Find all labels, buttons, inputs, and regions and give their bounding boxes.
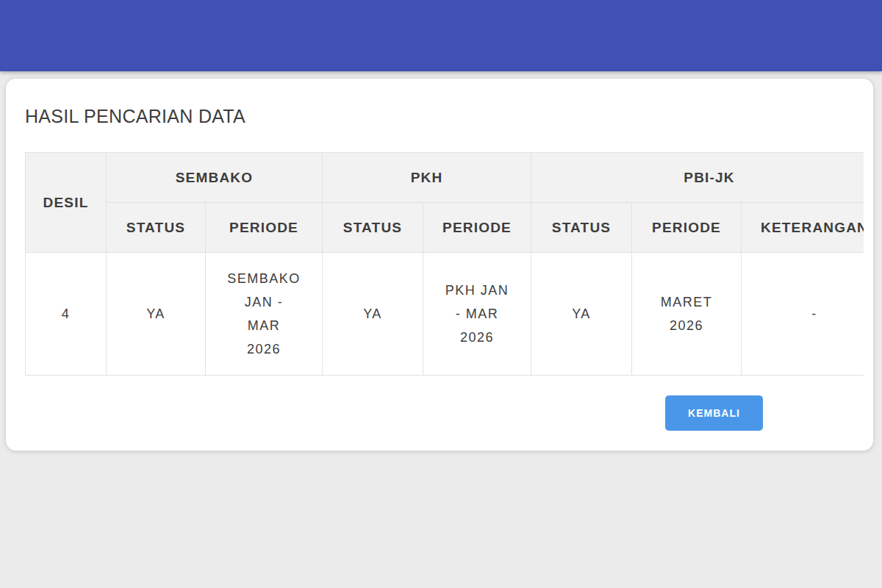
cell-pkh-status: YA <box>323 253 423 376</box>
cell-desil: 4 <box>26 253 107 376</box>
cell-sembako-status: YA <box>107 253 206 376</box>
col-header-sembako-status: STATUS <box>107 203 206 253</box>
col-header-pbi-jk-periode: PERIODE <box>632 203 742 253</box>
table-group-header-row: DESIL SEMBAKO PKH PBI-JK <box>26 153 864 203</box>
col-header-pkh-status: STATUS <box>323 203 423 253</box>
kembali-button[interactable]: KEMBALI <box>665 395 763 431</box>
cell-pkh-periode: PKH JAN - MAR 2026 <box>423 253 531 376</box>
group-header-sembako: SEMBAKO <box>107 153 323 203</box>
table-scroll-container[interactable]: DESIL SEMBAKO PKH PBI-JK STATUS PERIODE … <box>25 152 864 376</box>
group-header-pkh: PKH <box>323 153 531 203</box>
cell-pbi-jk-keterangan: - <box>742 253 864 376</box>
cell-pbi-jk-periode: MARET 2026 <box>632 253 742 376</box>
results-table: DESIL SEMBAKO PKH PBI-JK STATUS PERIODE … <box>25 152 864 376</box>
cell-pbi-jk-status: YA <box>531 253 632 376</box>
card-actions: KEMBALI <box>25 395 864 431</box>
col-header-pbi-jk-status: STATUS <box>531 203 632 253</box>
table-sub-header-row: STATUS PERIODE STATUS PERIODE STATUS PER… <box>26 203 864 253</box>
table-row: 4 YA SEMBAKO JAN - MAR 2026 YA PKH JAN -… <box>26 253 864 376</box>
col-header-pkh-periode: PERIODE <box>423 203 531 253</box>
app-header-bar <box>0 0 882 71</box>
cell-sembako-periode: SEMBAKO JAN - MAR 2026 <box>206 253 323 376</box>
results-card: HASIL PENCARIAN DATA DESIL SEMBAKO PKH P… <box>6 79 873 451</box>
col-header-sembako-periode: PERIODE <box>206 203 323 253</box>
col-header-desil: DESIL <box>26 153 107 253</box>
group-header-pbi-jk: PBI-JK <box>531 153 864 203</box>
col-header-pbi-jk-keterangan: KETERANGAN <box>742 203 864 253</box>
page-title: HASIL PENCARIAN DATA <box>25 105 245 127</box>
